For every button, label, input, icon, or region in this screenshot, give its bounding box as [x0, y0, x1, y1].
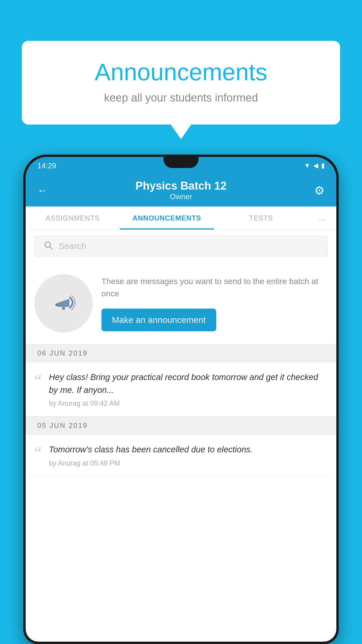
announcement-text-1: Hey class! Bring your practical record b… [49, 371, 328, 396]
announcement-text-2: Tomorrow's class has been cancelled due … [49, 443, 328, 456]
announcement-meta-2: by Anurag at 05:48 PM [49, 459, 328, 467]
speech-bubble-subtitle: keep all your students informed [45, 92, 317, 104]
search-icon [43, 240, 53, 252]
svg-line-1 [50, 247, 52, 249]
tab-announcements[interactable]: ANNOUNCEMENTS [120, 206, 214, 230]
signal-icon: ◀ [313, 162, 318, 169]
app-header: ← Physics Batch 12 Owner ⚙ [26, 174, 336, 206]
empty-state-content: These are messages you want to send to t… [101, 275, 328, 331]
battery-icon: ▮ [321, 162, 325, 169]
quote-icon-1: “ [34, 374, 42, 387]
svg-point-2 [55, 303, 58, 306]
announcement-icon-circle [34, 274, 93, 332]
make-announcement-button[interactable]: Make an announcement [101, 309, 216, 331]
speech-bubble: Announcements keep all your students inf… [22, 41, 340, 125]
announcement-item-2[interactable]: “ Tomorrow's class has been cancelled du… [26, 435, 336, 476]
back-button[interactable]: ← [37, 184, 48, 197]
phone-frame: 14:29 ▼ ◀ ▮ ← Physics Batch 12 Owner ⚙ A… [23, 155, 339, 644]
speech-bubble-container: Announcements keep all your students inf… [22, 41, 340, 139]
date-separator-2: 05 JUN 2019 [26, 416, 336, 435]
announcement-content-2: Tomorrow's class has been cancelled due … [49, 443, 328, 467]
search-bar[interactable]: Search [34, 236, 328, 257]
batch-title: Physics Batch 12 [136, 180, 227, 192]
tab-bar: ASSIGNMENTS ANNOUNCEMENTS TESTS ... [26, 206, 336, 230]
phone-screen: 14:29 ▼ ◀ ▮ ← Physics Batch 12 Owner ⚙ A… [26, 157, 336, 642]
search-placeholder: Search [59, 241, 86, 251]
role-label: Owner [136, 192, 227, 201]
search-container: Search [26, 230, 336, 262]
status-time: 14:29 [37, 161, 56, 170]
tab-assignments[interactable]: ASSIGNMENTS [26, 206, 120, 230]
header-center: Physics Batch 12 Owner [136, 180, 227, 201]
settings-icon[interactable]: ⚙ [314, 184, 325, 197]
speech-bubble-title: Announcements [45, 58, 317, 86]
megaphone-icon [49, 289, 78, 318]
announcement-content-1: Hey class! Bring your practical record b… [49, 371, 328, 407]
date-separator-1: 06 JUN 2019 [26, 344, 336, 362]
empty-state-description: These are messages you want to send to t… [101, 275, 328, 300]
quote-icon-2: “ [34, 446, 42, 459]
phone-notch [164, 157, 198, 168]
empty-state: These are messages you want to send to t… [26, 262, 336, 344]
tab-more[interactable]: ... [308, 206, 336, 230]
announcement-meta-1: by Anurag at 09:42 AM [49, 399, 328, 407]
tab-tests[interactable]: TESTS [214, 206, 308, 230]
announcement-item-1[interactable]: “ Hey class! Bring your practical record… [26, 362, 336, 416]
status-icons: ▼ ◀ ▮ [304, 162, 325, 169]
wifi-icon: ▼ [304, 162, 310, 169]
speech-bubble-tail [171, 125, 191, 139]
